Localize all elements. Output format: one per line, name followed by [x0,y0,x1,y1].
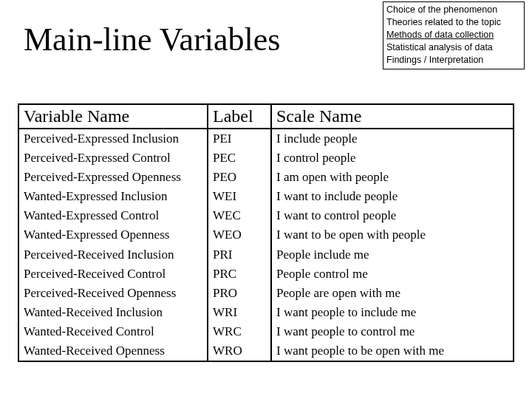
cell-scale-name: People control me [271,265,514,284]
cell-label: PEI [208,129,271,149]
cell-variable-name: Wanted-Received Control [18,322,208,341]
table-body: Perceived-Expressed Inclusion PEI I incl… [18,129,514,361]
cell-variable-name: Perceived-Expressed Control [18,149,208,168]
cell-label: WEO [208,225,271,245]
cell-scale-name: I want to include people [271,187,514,206]
cell-label: WEI [208,187,271,206]
table-row: Perceived-Expressed Control PEC I contro… [18,149,514,168]
cell-scale-name: I include people [271,129,514,149]
outline-item: Choice of the phenomenon [386,4,521,16]
cell-variable-name: Wanted-Expressed Inclusion [18,187,208,206]
outline-item: Statistical analysis of data [386,41,521,54]
outline-item: Findings / Interpretation [386,54,521,66]
cell-label: PEC [208,149,271,168]
cell-variable-name: Perceived-Received Openness [18,284,208,303]
cell-variable-name: Wanted-Expressed Openness [18,225,208,245]
outline-item: Theories related to the topic [386,16,521,29]
cell-scale-name: I control people [271,149,514,168]
col-header-scale-name: Scale Name [271,104,514,129]
cell-label: PEO [208,168,271,187]
table-row: Perceived-Expressed Openness PEO I am op… [18,168,514,187]
cell-variable-name: Perceived-Received Control [18,265,208,284]
cell-scale-name: People are open with me [271,284,514,303]
table-header-row: Variable Name Label Scale Name [18,104,514,129]
col-header-variable-name: Variable Name [18,104,208,129]
cell-label: WRC [208,322,271,341]
cell-label: PRO [208,284,271,303]
cell-scale-name: I want to control people [271,206,514,225]
cell-variable-name: Wanted-Expressed Control [18,206,208,225]
table-row: Perceived-Received Openness PRO People a… [18,284,514,303]
cell-label: PRI [208,245,271,265]
cell-scale-name: I am open with people [271,168,514,187]
cell-label: WRO [208,341,271,361]
cell-scale-name: People include me [271,245,514,265]
table-row: Perceived-Received Control PRC People co… [18,265,514,284]
table-row: Wanted-Received Control WRC I want peopl… [18,322,514,341]
table-row: Wanted-Expressed Openness WEO I want to … [18,225,514,245]
cell-variable-name: Perceived-Expressed Openness [18,168,208,187]
outline-item-current: Methods of data collection [386,29,521,41]
cell-label: WEC [208,206,271,225]
table-row: Perceived-Expressed Inclusion PEI I incl… [18,129,514,149]
slide: Main-line Variables Choice of the phenom… [0,0,532,399]
cell-label: PRC [208,265,271,284]
page-title: Main-line Variables [24,21,280,58]
outline-box: Choice of the phenomenon Theories relate… [383,1,525,69]
table-row: Wanted-Received Inclusion WRI I want peo… [18,303,514,322]
cell-scale-name: I want people to include me [271,303,514,322]
cell-label: WRI [208,303,271,322]
table-row: Wanted-Received Openness WRO I want peop… [18,341,514,361]
col-header-label: Label [208,104,271,129]
variables-table: Variable Name Label Scale Name Perceived… [18,103,514,362]
cell-scale-name: I want people to control me [271,322,514,341]
cell-scale-name: I want people to be open with me [271,341,514,361]
cell-variable-name: Wanted-Received Openness [18,341,208,361]
table-row: Perceived-Received Inclusion PRI People … [18,245,514,265]
table-row: Wanted-Expressed Inclusion WEI I want to… [18,187,514,206]
cell-variable-name: Wanted-Received Inclusion [18,303,208,322]
cell-variable-name: Perceived-Received Inclusion [18,245,208,265]
cell-variable-name: Perceived-Expressed Inclusion [18,129,208,149]
cell-scale-name: I want to be open with people [271,225,514,245]
table-row: Wanted-Expressed Control WEC I want to c… [18,206,514,225]
variables-table-wrap: Variable Name Label Scale Name Perceived… [18,103,514,362]
